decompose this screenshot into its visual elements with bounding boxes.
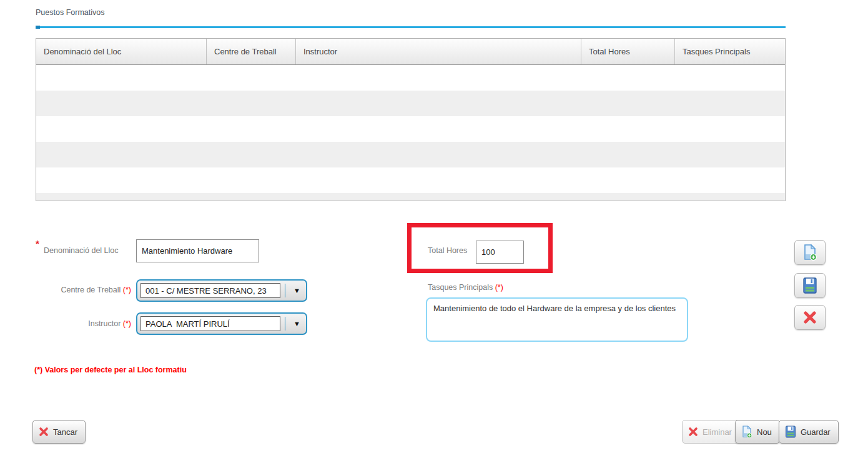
save-floppy-icon	[802, 277, 817, 294]
chevron-down-icon[interactable]: ▼	[293, 314, 300, 334]
guardar-button[interactable]: Guardar	[779, 420, 839, 444]
table-row	[36, 142, 785, 167]
denominacio-input[interactable]	[136, 239, 259, 262]
column-header-centre[interactable]: Centre de Treball	[207, 39, 296, 64]
instructor-dropdown-value: PAOLA MARTÍ PIRULÍ	[141, 316, 280, 331]
table-row	[36, 193, 785, 201]
section-divider-tick	[36, 26, 40, 29]
page-title: Puestos Formativos	[36, 8, 104, 17]
new-document-icon	[802, 244, 817, 261]
denominacio-label: Denominació del Lloc	[44, 246, 119, 255]
dropdown-separator	[285, 317, 285, 331]
table-row	[36, 91, 785, 116]
new-document-icon	[741, 426, 752, 438]
save-record-button[interactable]	[794, 273, 826, 298]
close-x-icon	[39, 427, 49, 437]
delete-record-button[interactable]	[794, 305, 826, 330]
instructor-dropdown[interactable]: PAOLA MARTÍ PIRULÍ ▼	[136, 312, 307, 335]
guardar-label: Guardar	[801, 427, 831, 437]
nou-button[interactable]: Nou	[735, 420, 780, 444]
section-divider	[36, 26, 786, 28]
new-record-button[interactable]	[794, 240, 826, 265]
nou-label: Nou	[757, 427, 772, 437]
total-hores-label: Total Hores	[428, 246, 467, 255]
tasques-textarea[interactable]: Mantenimiento de todo el Hardware de la …	[426, 297, 688, 342]
delete-x-icon	[803, 311, 817, 324]
table-row	[36, 116, 785, 142]
column-header-tasques[interactable]: Tasques Principals	[675, 39, 785, 64]
delete-x-icon	[688, 427, 698, 437]
save-floppy-icon	[785, 426, 796, 438]
tasques-label: Tasques Principals (*)	[428, 283, 503, 292]
tancar-button[interactable]: Tancar	[32, 420, 86, 444]
total-hores-input[interactable]	[476, 241, 524, 264]
table-row	[36, 167, 785, 193]
instructor-label: Instructor (*)	[12, 319, 131, 328]
chevron-down-icon[interactable]: ▼	[293, 281, 300, 301]
required-footnote: (*) Valors per defecte per al Lloc forma…	[34, 366, 187, 374]
column-header-total-hores[interactable]: Total Hores	[581, 39, 675, 64]
column-header-instructor[interactable]: Instructor	[296, 39, 581, 64]
puestos-formativos-form: Puestos Formativos Denominació del Lloc …	[0, 0, 868, 453]
puestos-table: Denominació del Lloc Centre de Treball I…	[36, 38, 786, 201]
dropdown-separator	[285, 284, 285, 297]
table-row	[36, 65, 785, 91]
centre-label: Centre de Treball (*)	[12, 286, 131, 294]
eliminar-button[interactable]: Eliminar	[682, 420, 740, 444]
tancar-label: Tancar	[53, 427, 77, 437]
centre-dropdown-value: 001 - C/ MESTRE SERRANO, 23	[141, 283, 280, 298]
table-header-row: Denominació del Lloc Centre de Treball I…	[36, 39, 785, 65]
column-header-denominacio[interactable]: Denominació del Lloc	[36, 39, 207, 64]
required-asterisk: *	[36, 238, 39, 249]
table-body	[36, 65, 785, 201]
centre-dropdown[interactable]: 001 - C/ MESTRE SERRANO, 23 ▼	[136, 279, 307, 302]
eliminar-label: Eliminar	[703, 427, 732, 437]
